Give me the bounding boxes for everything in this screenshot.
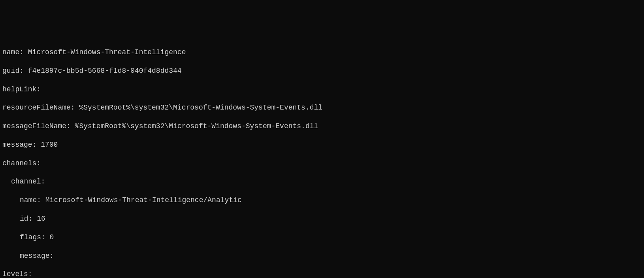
output-line-levels: levels:	[2, 270, 644, 278]
output-line-guid: guid: f4e1897c-bb5d-5668-f1d8-040f4d8dd3…	[2, 66, 644, 76]
output-line-channel-flags: flags: 0	[2, 233, 644, 242]
output-line-messagefilename: messageFileName: %SystemRoot%\system32\M…	[2, 122, 644, 131]
output-line-channels: channels:	[2, 159, 644, 168]
output-line-channel-message: message:	[2, 252, 644, 261]
output-line-channel-id: id: 16	[2, 214, 644, 223]
output-line-channel: channel:	[2, 177, 644, 186]
terminal-output: name: Microsoft-Windows-Threat-Intellige…	[2, 39, 644, 278]
output-line-message: message: 1700	[2, 140, 644, 149]
output-line-helplink: helpLink:	[2, 85, 644, 94]
output-line-name: name: Microsoft-Windows-Threat-Intellige…	[2, 48, 644, 57]
output-line-resourcefilename: resourceFileName: %SystemRoot%\system32\…	[2, 103, 644, 112]
output-line-channel-name: name: Microsoft-Windows-Threat-Intellige…	[2, 196, 644, 205]
